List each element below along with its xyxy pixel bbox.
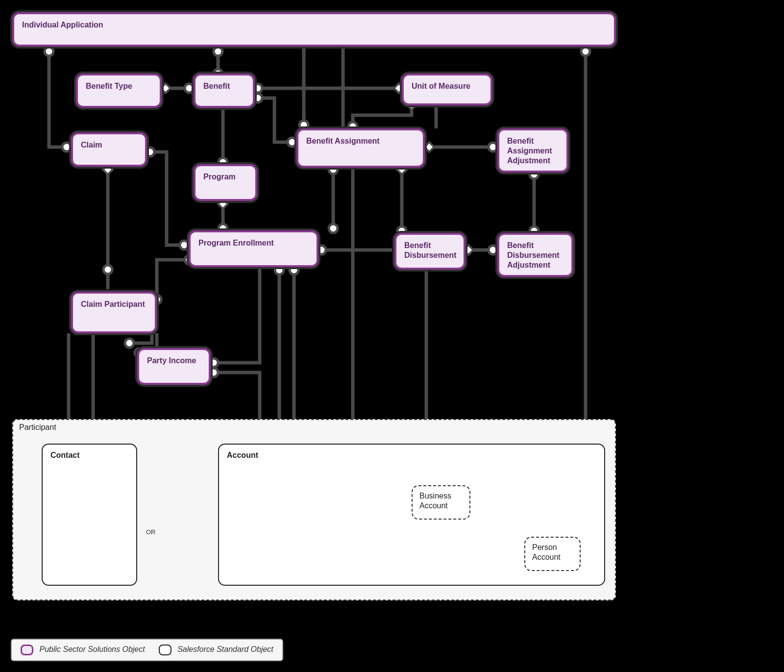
entity-individual-application: Individual Application (12, 12, 616, 47)
entity-label: Benefit Disbursement (404, 241, 457, 259)
entity-label: Person Account (532, 543, 561, 561)
entity-label: Contact (50, 451, 80, 459)
or-label: OR (146, 528, 156, 536)
entity-contact: Contact (42, 444, 137, 586)
legend-item-pss: Public Sector Solutions Object (21, 645, 145, 655)
entity-label: Account (227, 451, 258, 459)
entity-benefit-assignment: Benefit Assignment (296, 128, 425, 168)
entity-label: Party Income (147, 356, 196, 365)
entity-unit-of-measure: Unit of Measure (402, 74, 492, 105)
entity-label: Benefit Type (86, 82, 132, 90)
entity-label: Benefit Assignment Adjustment (507, 137, 552, 165)
entity-label: Business Account (419, 492, 451, 510)
entity-label: Claim (81, 141, 102, 149)
entity-benefit-disbursement-adjustment: Benefit Disbursement Adjustment (497, 233, 573, 277)
legend: Public Sector Solutions Object Salesforc… (11, 639, 283, 661)
entity-benefit-disbursement: Benefit Disbursement (394, 233, 466, 270)
entity-label: Program Enrollment (198, 239, 274, 247)
legend-swatch-pss (21, 645, 33, 655)
entity-person-account: Person Account (524, 537, 581, 571)
entity-label: Unit of Measure (412, 82, 470, 90)
entity-label: Benefit Assignment (306, 137, 380, 145)
legend-label: Salesforce Standard Object (177, 645, 273, 653)
entity-claim-participant: Claim Participant (71, 292, 157, 333)
entity-benefit-type: Benefit Type (76, 74, 162, 108)
entity-program: Program (194, 164, 257, 201)
legend-label: Public Sector Solutions Object (39, 645, 145, 653)
entity-program-enrollment: Program Enrollment (189, 230, 318, 267)
entity-label: Claim Participant (81, 300, 145, 308)
group-label: Participant (19, 423, 56, 432)
entity-label: Benefit Disbursement Adjustment (507, 241, 560, 269)
entity-label: Program (203, 173, 236, 181)
entity-claim: Claim (71, 132, 147, 167)
legend-swatch-std (159, 645, 172, 655)
entity-label: Individual Application (22, 21, 103, 29)
entity-benefit: Benefit (194, 74, 255, 108)
entity-business-account: Business Account (412, 485, 470, 520)
diagram-canvas: Individual Application Benefit Type Bene… (0, 0, 784, 672)
entity-benefit-assignment-adjustment: Benefit Assignment Adjustment (497, 128, 568, 173)
entity-label: Benefit (203, 82, 230, 90)
entity-party-income: Party Income (137, 348, 211, 385)
legend-item-std: Salesforce Standard Object (159, 645, 273, 655)
